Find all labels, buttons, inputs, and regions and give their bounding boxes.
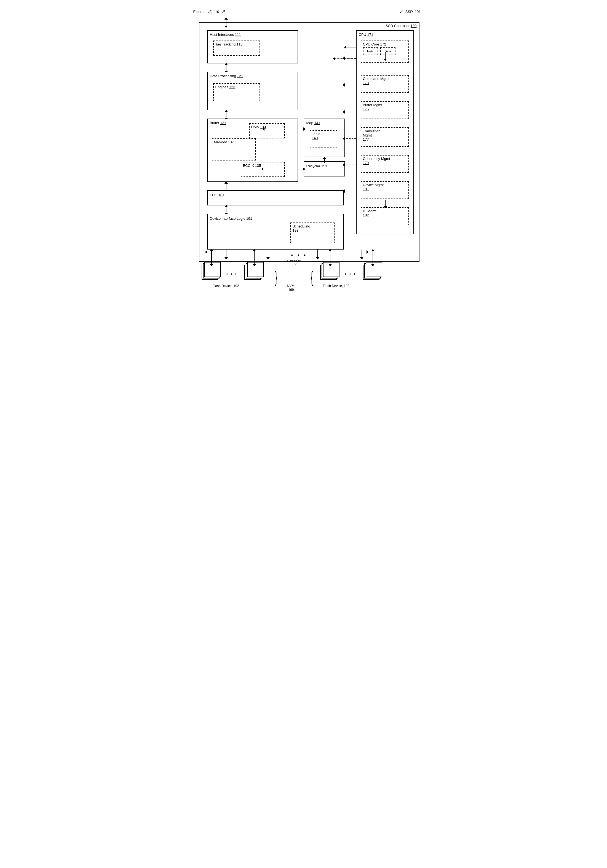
memory-label: Memory 137: [212, 139, 255, 145]
translation-mgmt-label: TranslationMgmt 177: [361, 128, 408, 143]
arrowhead-id: [343, 189, 345, 193]
arrowhead-flash1-up: [210, 249, 213, 251]
arrowhead-right-2: [303, 167, 305, 170]
arrow-dil-down4: [362, 250, 362, 258]
ssd-label: ↙ SSD, 101: [399, 8, 421, 14]
buffer-mgmt-box: Buffer Mgmt 175: [361, 101, 409, 119]
table-label: Table 143: [310, 131, 337, 141]
dash-arrow-coh: [344, 138, 356, 139]
table-box: Table 143: [310, 130, 337, 148]
arrow-dma-map-h: [263, 129, 304, 129]
arrowhead-flash1: [210, 264, 213, 267]
arrowhead-flash4: [371, 264, 374, 267]
arrow-dil-down2: [268, 250, 269, 258]
arrowhead-down-2: [225, 26, 228, 28]
arrowhead-id-down: [383, 206, 387, 208]
arrowhead-flash3-up: [328, 249, 332, 251]
data-processing-label: Data Processing 121: [208, 72, 298, 80]
engines-box: Engines 123: [213, 83, 260, 101]
memory-box: Memory 137: [212, 138, 256, 160]
buffer-box: Buffer 131 DMA 133 Memory 137 ECC-X 135: [207, 119, 298, 182]
arrowhead-left-1: [262, 127, 264, 131]
arrow-eccx-recycler: [262, 169, 304, 169]
command-mgmt-label: Command Mgmt 173: [361, 76, 408, 86]
dots-flash2: • • •: [345, 271, 356, 277]
scheduling-box: Scheduling 193: [290, 223, 335, 243]
map-box: Map 141 Table 143: [304, 119, 345, 157]
arrowhead-down-dil1: [225, 257, 228, 259]
command-mgmt-box: Command Mgmt 173: [361, 75, 409, 93]
arrow-dil-down1: [226, 250, 227, 258]
dash-arrow-dev: [344, 164, 356, 165]
arrowhead-cmd: [333, 57, 335, 60]
arrowhead-cpu-down: [383, 59, 387, 61]
arrowhead-right-1: [303, 127, 306, 131]
curly-brace-1: }: [275, 267, 278, 287]
dash-arrow-trans: [344, 112, 356, 112]
data-cache-box: Data: [380, 47, 396, 55]
arrowhead-cmd2: [343, 57, 345, 60]
arrowhead-5: [225, 110, 228, 112]
curly-brace-2: }: [310, 267, 313, 287]
data-processing-box: Data Processing 121 Engines 123: [207, 72, 298, 110]
map-label: Map 141: [304, 119, 345, 127]
horiz-line-bottom: [207, 252, 367, 252]
arrowhead-down-dil3: [316, 257, 319, 259]
device-mgmt-label: Device Mgmt 181: [361, 182, 408, 192]
dash-arrow-buf: [344, 85, 356, 85]
recycler-label: Recycler 151: [304, 162, 345, 170]
device-mgmt-box: Device Mgmt 181: [361, 181, 409, 199]
translation-mgmt-box: TranslationMgmt 177: [361, 127, 409, 147]
arrowhead-down-1: [225, 17, 228, 20]
dash-arrow-cmd: [344, 58, 356, 59]
arrow-to-flash1: [211, 250, 212, 265]
arrow-cpu-core-h: [345, 47, 356, 47]
id-mgmt-box: ID Mgmt 182: [361, 207, 409, 225]
coherency-mgmt-box: Coherency Mgmt 179: [361, 155, 409, 173]
arrowhead-9: [225, 181, 228, 184]
id-mgmt-label: ID Mgmt 182: [361, 208, 408, 219]
dash-arrow-id: [344, 191, 356, 191]
arrowhead-horiz-left: [205, 250, 207, 254]
dots-flash1: • • •: [227, 271, 238, 277]
flash-device-label-1: Flash Device, 192: [213, 284, 239, 288]
arrow-cpu-vert: [385, 53, 385, 59]
flash-device-label-2: Flash Device, 192: [323, 284, 349, 288]
device-if-label: Device I/F,190: [287, 259, 303, 267]
arrowhead-cpu1: [344, 45, 346, 49]
arrowhead-11: [225, 205, 228, 207]
arrowhead-coh: [343, 137, 345, 140]
scheduling-label: Scheduling 193: [291, 223, 334, 234]
ecc-label: ECC 161: [208, 191, 343, 199]
tag-tracking-box: Tag Tracking 113: [213, 40, 260, 56]
arrowhead-down-dil4: [360, 257, 363, 259]
device-interface-label: Device Interface Logic 191: [208, 214, 343, 223]
arrowhead-flash2: [253, 264, 256, 267]
coherency-mgmt-label: Coherency Mgmt 179: [361, 155, 408, 166]
external-if-label: External I/F, 110 ↗: [193, 8, 225, 14]
dma-box: DMA 133: [249, 123, 285, 138]
arrowhead-trans: [343, 110, 345, 113]
device-interface-box: Device Interface Logic 191 Scheduling 19…: [207, 214, 344, 250]
arrowhead-dev: [343, 163, 345, 167]
arrowhead-horiz-right: [366, 250, 369, 254]
recycler-box: Recycler 151: [304, 161, 345, 177]
arrowhead-down-dil2: [266, 257, 270, 259]
host-interfaces-box: Host Interfaces 111 Tag Tracking 113: [207, 30, 298, 64]
host-interfaces-label: Host Interfaces 111: [208, 31, 298, 38]
ecc-box: ECC 161: [207, 190, 344, 205]
arrowhead-left-2: [261, 167, 263, 170]
arrow-to-flash2: [254, 250, 255, 265]
arrowhead-flash3: [328, 264, 332, 267]
dots-label: • • •: [291, 252, 307, 258]
arrowhead-8: [323, 161, 326, 163]
nvm-label: NVM,199: [287, 284, 295, 292]
ssd-controller-label: SSD Controller 100: [385, 24, 416, 28]
arrow-dil-down3: [317, 250, 318, 258]
arrow-to-flash3: [330, 250, 331, 265]
arrow-id-down: [385, 200, 385, 207]
buffer-mgmt-label: Buffer Mgmt 175: [361, 102, 408, 112]
tag-tracking-label: Tag Tracking 113: [214, 41, 259, 47]
instr-box: Instr.: [363, 47, 378, 55]
arrow-cmd-mgmt-h: [334, 59, 356, 59]
